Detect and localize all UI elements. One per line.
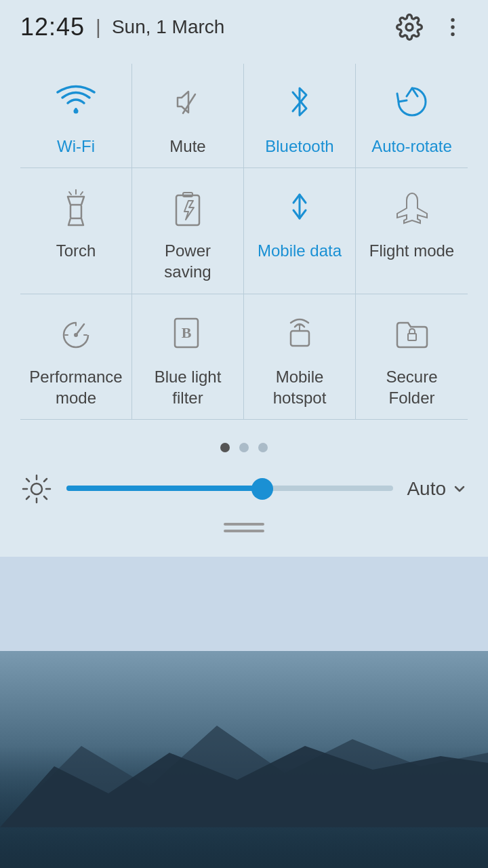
overflow-menu-icon[interactable]: [438, 12, 468, 42]
performancemode-label: Performance mode: [27, 366, 125, 408]
qs-securefolder[interactable]: Secure Folder: [356, 294, 468, 420]
brightness-slider[interactable]: [66, 486, 393, 492]
mute-label: Mute: [169, 136, 205, 157]
svg-rect-8: [70, 205, 81, 218]
drag-line-2: [224, 530, 264, 532]
svg-point-6: [74, 109, 79, 114]
svg-line-33: [44, 479, 47, 481]
status-right: [394, 12, 468, 42]
qs-bluetooth[interactable]: Bluetooth: [244, 64, 356, 168]
qs-grid-row1: Wi-Fi Mute Bluetooth: [20, 64, 468, 420]
svg-point-5: [451, 33, 454, 36]
bluelight-icon: B: [163, 308, 212, 357]
mute-icon: [163, 77, 212, 126]
qs-performancemode[interactable]: Performance mode: [20, 294, 132, 420]
page-indicators: [0, 427, 488, 466]
notification-panel: 12:45 | Sun, 1 March: [0, 0, 488, 557]
powersaving-icon: [163, 182, 212, 231]
qs-bluelightfilter[interactable]: B Blue light filter: [132, 294, 244, 420]
brightness-auto-button[interactable]: Auto: [407, 478, 468, 500]
qs-mute[interactable]: Mute: [132, 64, 244, 168]
svg-line-11: [81, 192, 83, 195]
bluetooth-label: Bluetooth: [265, 136, 333, 157]
chevron-down-icon: [451, 481, 468, 497]
securefolder-label: Secure Folder: [363, 366, 461, 408]
svg-line-10: [69, 192, 71, 195]
page-dot-3[interactable]: [258, 443, 268, 452]
autorotate-icon: [388, 77, 436, 126]
flightmode-icon: [388, 182, 436, 231]
svg-point-2: [406, 24, 413, 31]
brightness-thumb[interactable]: [251, 478, 273, 500]
svg-point-3: [451, 18, 454, 22]
brightness-icon: [20, 473, 53, 505]
brightness-track: [66, 486, 393, 491]
status-bar: 12:45 | Sun, 1 March: [0, 0, 488, 50]
settings-icon[interactable]: [394, 12, 424, 42]
status-date: Sun, 1 March: [112, 16, 225, 38]
hotspot-icon: [275, 308, 324, 357]
flightmode-label: Flight mode: [369, 240, 454, 261]
qs-mobilehotspot[interactable]: Mobile hotspot: [244, 294, 356, 420]
mobiledata-icon: [275, 182, 324, 231]
status-left: 12:45 | Sun, 1 March: [20, 13, 224, 41]
bluelightfilter-label: Blue light filter: [139, 366, 237, 408]
qs-flightmode[interactable]: Flight mode: [356, 168, 468, 294]
page-dot-2[interactable]: [239, 443, 249, 452]
svg-rect-25: [408, 334, 416, 340]
brightness-row: Auto: [0, 466, 488, 519]
svg-rect-12: [176, 195, 199, 225]
svg-point-16: [74, 333, 78, 337]
drag-handle[interactable]: [0, 519, 488, 543]
performance-icon: [52, 308, 100, 357]
qs-torch[interactable]: Torch: [20, 168, 132, 294]
svg-point-26: [31, 484, 42, 494]
wifi-label: Wi-Fi: [57, 136, 95, 157]
status-divider: |: [96, 16, 101, 39]
mobiledata-label: Mobile data: [258, 240, 342, 261]
autorotate-label: Auto-rotate: [371, 136, 452, 157]
drag-line-1: [224, 523, 264, 526]
svg-line-32: [44, 496, 47, 499]
qs-autorotate[interactable]: Auto-rotate: [356, 64, 468, 168]
svg-rect-22: [291, 331, 309, 346]
page-dot-1[interactable]: [220, 443, 230, 452]
brightness-fill: [66, 486, 262, 491]
qs-wifi[interactable]: Wi-Fi: [20, 64, 132, 168]
qs-powersaving[interactable]: Power saving: [132, 168, 244, 294]
torch-label: Torch: [56, 240, 96, 261]
torch-icon: [52, 182, 100, 231]
drag-handle-lines: [224, 523, 264, 532]
status-time: 12:45: [20, 13, 85, 41]
brightness-auto-label: Auto: [407, 478, 446, 500]
securefolder-icon: [388, 308, 436, 357]
mountain-silhouette: [0, 705, 488, 827]
bluetooth-icon: [275, 77, 324, 126]
svg-text:B: B: [181, 324, 191, 341]
wallpaper: [0, 651, 488, 868]
quick-settings: Wi-Fi Mute Bluetooth: [0, 50, 488, 427]
qs-mobiledata[interactable]: Mobile data: [244, 168, 356, 294]
svg-line-34: [26, 496, 29, 499]
powersaving-label: Power saving: [139, 240, 237, 282]
wifi-icon: [52, 77, 100, 126]
svg-point-4: [451, 25, 454, 28]
svg-line-31: [26, 479, 29, 481]
mobilehotspot-label: Mobile hotspot: [251, 366, 348, 408]
